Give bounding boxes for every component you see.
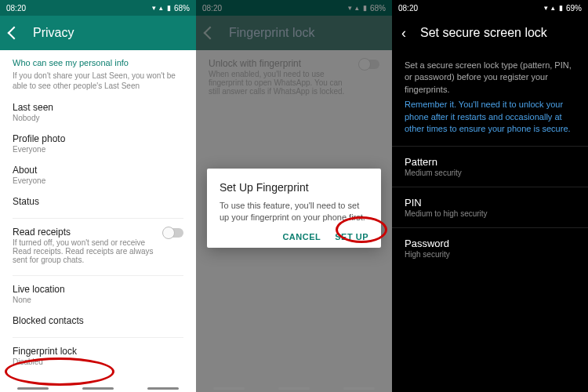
status-battery: 68% [174, 4, 190, 13]
item-fingerprint-lock[interactable]: Fingerprint lock Disabled [13, 346, 183, 366]
lock-description: Set a secure screen lock type (pattern, … [392, 50, 588, 99]
divider [13, 218, 183, 219]
status-bar: 08:20 ▾ ▴ ▮ 68% [0, 0, 196, 16]
item-sub: Medium security [405, 169, 575, 177]
nav-bar [196, 384, 392, 392]
read-receipts-toggle[interactable] [163, 228, 183, 238]
page-title: Set secure screen lock [420, 26, 547, 40]
back-icon[interactable] [8, 27, 21, 40]
screen-privacy: 08:20 ▾ ▴ ▮ 68% Privacy Who can see my p… [0, 0, 196, 392]
header: Privacy [0, 16, 196, 50]
item-status[interactable]: Status [13, 196, 183, 207]
option-pin[interactable]: PIN Medium to high security [392, 187, 588, 227]
status-time: 08:20 [398, 4, 418, 13]
nav-recent[interactable] [213, 387, 245, 390]
status-time: 08:20 [6, 4, 26, 13]
lock-warning: Remember it. You'll need it to unlock yo… [392, 99, 588, 146]
header: ‹ Set secure screen lock [392, 16, 588, 50]
item-title: Fingerprint lock [13, 346, 183, 357]
item-sub: Everyone [13, 145, 183, 154]
item-title: Profile photo [13, 133, 183, 144]
item-title: About [13, 165, 183, 176]
option-pattern[interactable]: Pattern Medium security [392, 146, 588, 187]
status-icons: ▾ ▴ ▮ [152, 4, 172, 12]
item-sub: Everyone [13, 176, 183, 185]
item-sub: Nobody [13, 114, 183, 122]
divider [13, 275, 183, 276]
back-icon[interactable]: ‹ [401, 25, 406, 42]
item-live-location[interactable]: Live location None [13, 284, 183, 304]
item-title: Live location [13, 284, 183, 295]
nav-home[interactable] [82, 387, 114, 390]
item-title: Last seen [13, 102, 183, 113]
nav-bar [0, 384, 196, 392]
status-battery: 69% [566, 4, 582, 13]
item-title: Pattern [405, 156, 575, 168]
item-title: PIN [405, 197, 575, 209]
option-password[interactable]: Password High security [392, 227, 588, 268]
item-sub: High security [405, 250, 575, 259]
screen-secure-lock: 08:20 ▾ ▴ ▮ 69% ‹ Set secure screen lock… [392, 0, 588, 392]
item-sub: None [13, 296, 183, 304]
item-about[interactable]: About Everyone [13, 165, 183, 185]
nav-recent[interactable] [17, 387, 49, 390]
last-seen-note: If you don't share your Last Seen, you w… [13, 71, 183, 91]
item-title: Status [13, 196, 183, 207]
divider [13, 337, 183, 338]
item-title: Blocked contacts [13, 315, 183, 326]
item-title: Read receipts [13, 227, 157, 238]
section-header-personal-info: Who can see my personal info [13, 58, 183, 67]
item-title: Password [405, 238, 575, 249]
setup-button[interactable]: SET UP [335, 232, 368, 241]
page-title: Privacy [33, 26, 74, 40]
item-blocked-contacts[interactable]: Blocked contacts [13, 315, 183, 326]
item-profile-photo[interactable]: Profile photo Everyone [13, 133, 183, 154]
item-sub: If turned off, you won't send or receive… [13, 238, 157, 264]
status-bar: 08:20 ▾ ▴ ▮ 69% [392, 0, 588, 16]
item-last-seen[interactable]: Last seen Nobody [13, 102, 183, 122]
cancel-button[interactable]: CANCEL [282, 232, 321, 241]
nav-back[interactable] [147, 387, 179, 390]
status-icons: ▾ ▴ ▮ [544, 4, 564, 12]
setup-fingerprint-dialog: Set Up Fingerprint To use this feature, … [207, 169, 381, 248]
dialog-body: To use this feature, you'll need to set … [220, 200, 368, 224]
nav-home[interactable] [278, 387, 310, 390]
item-sub: Medium to high security [405, 209, 575, 218]
item-read-receipts[interactable]: Read receipts If turned off, you won't s… [13, 227, 183, 264]
screen-fingerprint-lock: 08:20 ▾ ▴ ▮ 68% Fingerprint lock Unlock … [196, 0, 392, 392]
nav-back[interactable] [343, 387, 375, 390]
dialog-title: Set Up Fingerprint [220, 181, 368, 194]
item-sub: Disabled [13, 358, 183, 366]
